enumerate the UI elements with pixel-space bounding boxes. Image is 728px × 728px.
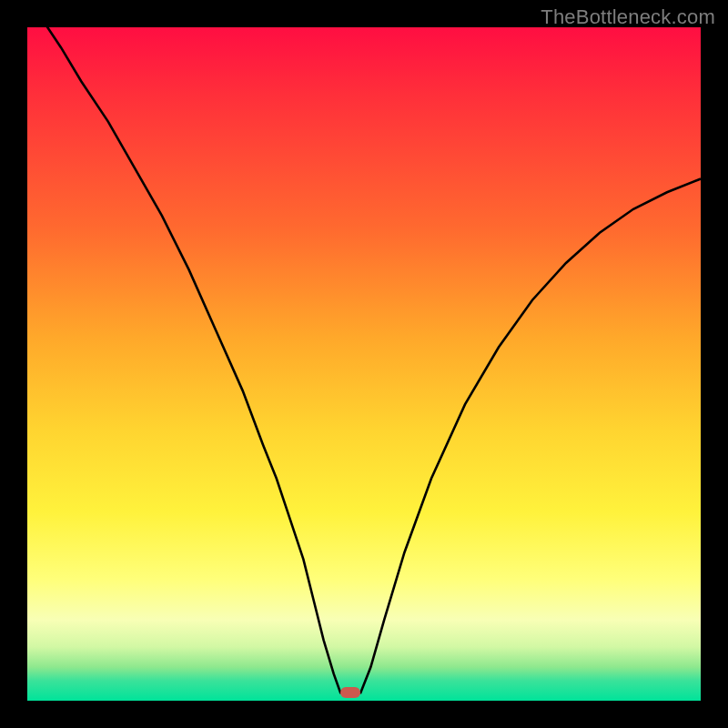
chart-frame	[0, 0, 728, 728]
chart-canvas: TheBottleneck.com	[0, 0, 728, 728]
